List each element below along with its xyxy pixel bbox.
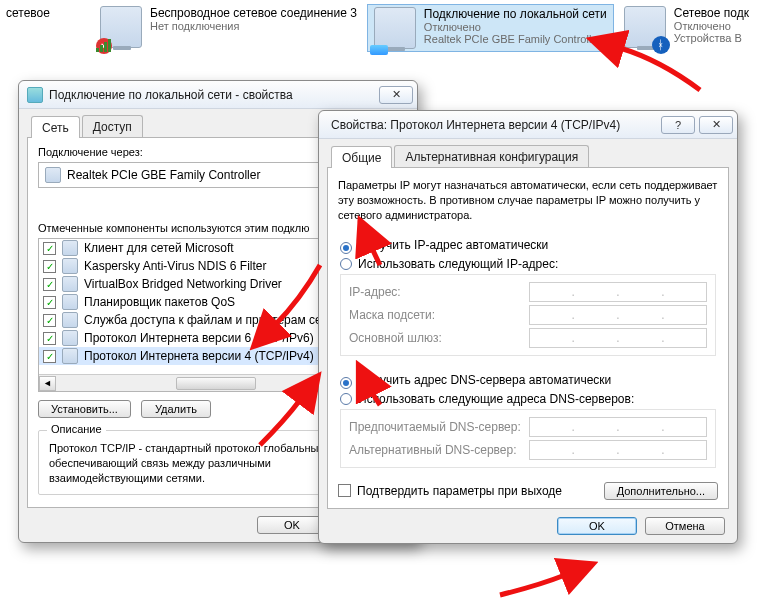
checkbox-icon[interactable]	[43, 332, 56, 345]
radio-icon	[340, 377, 352, 389]
net-item-bt[interactable]: ᚼ Сетевое подк Отключено Устройства B	[618, 4, 755, 52]
scroll-thumb[interactable]	[176, 377, 256, 390]
bluetooth-icon: ᚼ	[652, 36, 670, 54]
tab-network[interactable]: Сеть	[31, 116, 80, 138]
tab-general[interactable]: Общие	[331, 146, 392, 168]
net-sub: Нет подключения	[150, 20, 357, 32]
gateway-label: Основной шлюз:	[349, 331, 529, 345]
network-connections-row: сетевое × Беспроводное сетевое соединени…	[0, 0, 763, 52]
dns2-label: Альтернативный DNS-сервер:	[349, 443, 529, 457]
description-caption: Описание	[47, 423, 106, 435]
adapter-name: Realtek PCIe GBE Family Controller	[67, 168, 260, 182]
tab-alternative[interactable]: Альтернативная конфигурация	[394, 145, 589, 167]
radio-label: Получить IP-адрес автоматически	[358, 238, 548, 252]
cable-icon	[370, 45, 388, 55]
component-icon	[62, 348, 78, 364]
component-icon	[62, 258, 78, 274]
net-title: сетевое	[6, 6, 84, 20]
component-icon	[62, 240, 78, 256]
list-item-label: Планировщик пакетов QoS	[84, 295, 235, 309]
list-item-label: Протокол Интернета версии 6 (TCP/IPv6)	[84, 331, 314, 345]
alternate-dns-field: ...	[529, 440, 707, 460]
radio-label: Использовать следующие адреса DNS-сервер…	[358, 392, 634, 406]
checkbox-icon[interactable]	[43, 278, 56, 291]
subnet-mask-field: ...	[529, 305, 707, 325]
gateway-field: ...	[529, 328, 707, 348]
signal-icon	[96, 39, 111, 52]
net-title: Сетевое подк	[674, 6, 749, 20]
component-icon	[62, 330, 78, 346]
radio-label: Использовать следующий IP-адрес:	[358, 257, 558, 271]
net-sub: Realtek PCIe GBE Family Controller	[424, 33, 607, 45]
titlebar[interactable]: Подключение по локальной сети - свойства…	[19, 81, 417, 109]
dns1-label: Предпочитаемый DNS-сервер:	[349, 420, 529, 434]
ip-label: IP-адрес:	[349, 285, 529, 299]
radio-icon	[340, 242, 352, 254]
tab-access[interactable]: Доступ	[82, 115, 143, 137]
radio-icon	[340, 393, 352, 405]
net-item[interactable]: сетевое	[0, 4, 90, 52]
help-button[interactable]: ?	[661, 116, 695, 134]
net-item-lan[interactable]: Подключение по локальной сети Отключено …	[367, 4, 614, 52]
component-icon	[62, 312, 78, 328]
list-item-label: Kaspersky Anti-Virus NDIS 6 Filter	[84, 259, 267, 273]
confirm-label: Подтвердить параметры при выходе	[357, 484, 562, 498]
wireless-icon: ×	[100, 6, 142, 48]
checkbox-icon[interactable]	[43, 242, 56, 255]
net-title: Беспроводное сетевое соединение 3	[150, 6, 357, 20]
net-sub: Устройства B	[674, 32, 749, 44]
dialog-title: Подключение по локальной сети - свойства	[49, 88, 375, 102]
ok-button[interactable]: OK	[557, 517, 637, 535]
tabs: Общие Альтернативная конфигурация	[327, 145, 729, 168]
mask-label: Маска подсети:	[349, 308, 529, 322]
remove-button[interactable]: Удалить	[141, 400, 211, 418]
radio-manual-ip[interactable]: Использовать следующий IP-адрес:	[340, 257, 716, 271]
list-item-label: Протокол Интернета версии 4 (TCP/IPv4)	[84, 349, 314, 363]
ok-button[interactable]: OK	[257, 516, 327, 534]
ip-address-field: ...	[529, 282, 707, 302]
ipv4-properties-dialog: Свойства: Протокол Интернета версии 4 (T…	[318, 110, 738, 544]
list-item-label: VirtualBox Bridged Networking Driver	[84, 277, 282, 291]
cancel-button[interactable]: Отмена	[645, 517, 725, 535]
advanced-button[interactable]: Дополнительно...	[604, 482, 718, 500]
radio-icon	[340, 258, 352, 270]
adapter-mini-icon	[45, 167, 61, 183]
bluetooth-device-icon: ᚼ	[624, 6, 666, 48]
close-button[interactable]: ✕	[699, 116, 733, 134]
checkbox-icon[interactable]	[43, 314, 56, 327]
radio-auto-ip[interactable]: Получить IP-адрес автоматически	[340, 238, 716, 254]
list-item-label: Служба доступа к файлам и принтерам сете…	[84, 313, 340, 327]
scroll-left-button[interactable]: ◄	[39, 376, 56, 391]
radio-label: Получить адрес DNS-сервера автоматически	[358, 373, 611, 387]
dialog-title: Свойства: Протокол Интернета версии 4 (T…	[331, 118, 657, 132]
component-icon	[62, 294, 78, 310]
component-icon	[62, 276, 78, 292]
install-button[interactable]: Установить...	[38, 400, 131, 418]
close-button[interactable]: ✕	[379, 86, 413, 104]
radio-auto-dns[interactable]: Получить адрес DNS-сервера автоматически	[340, 373, 716, 389]
intro-text: Параметры IP могут назначаться автоматич…	[338, 176, 718, 225]
checkbox-icon[interactable]	[43, 260, 56, 273]
checkbox-icon[interactable]	[43, 350, 56, 363]
net-sub: Отключено	[674, 20, 749, 32]
net-sub: Отключено	[424, 21, 607, 33]
list-item-label: Клиент для сетей Microsoft	[84, 241, 234, 255]
net-item-wireless[interactable]: × Беспроводное сетевое соединение 3 Нет …	[94, 4, 363, 52]
lan-icon	[374, 7, 416, 49]
preferred-dns-field: ...	[529, 417, 707, 437]
radio-manual-dns[interactable]: Использовать следующие адреса DNS-сервер…	[340, 392, 716, 406]
confirm-checkbox[interactable]	[338, 484, 351, 497]
checkbox-icon[interactable]	[43, 296, 56, 309]
adapter-icon	[27, 87, 43, 103]
titlebar[interactable]: Свойства: Протокол Интернета версии 4 (T…	[319, 111, 737, 139]
net-title: Подключение по локальной сети	[424, 7, 607, 21]
